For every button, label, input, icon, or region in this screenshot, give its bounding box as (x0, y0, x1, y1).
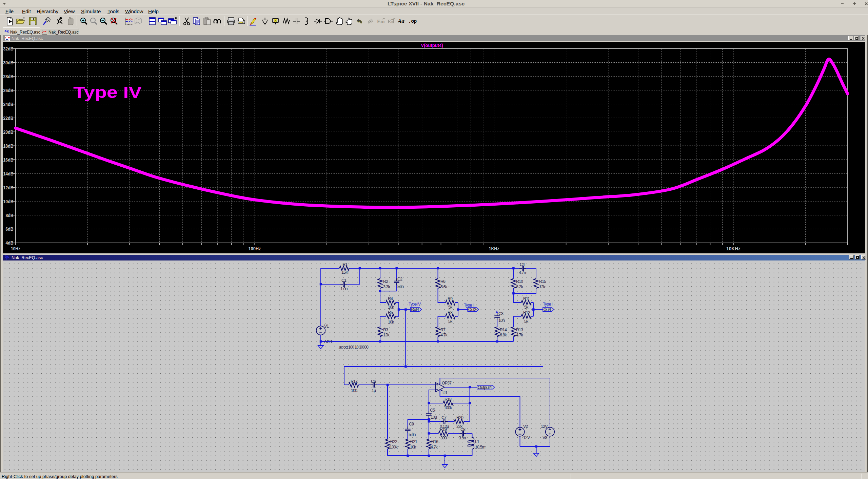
svg-text:Out1: Out1 (544, 307, 552, 312)
svg-text:1.0n: 1.0n (340, 287, 348, 291)
svg-text:5k: 5k (524, 319, 529, 324)
svg-text:28dB: 28dB (3, 74, 14, 79)
svg-text:V(output4): V(output4) (421, 42, 443, 48)
svg-text:R7: R7 (440, 328, 446, 332)
svg-text:R21: R21 (410, 439, 417, 444)
svg-text:.op: .op (408, 19, 417, 24)
svg-text:C6: C6 (371, 379, 376, 384)
svg-text:R2: R2 (383, 279, 388, 284)
svg-text:10k: 10k (388, 320, 394, 325)
svg-text:R5: R5 (388, 310, 393, 315)
svg-text:R16: R16 (431, 439, 438, 444)
svg-text:E∃: E∃ (388, 19, 394, 24)
svg-text:26dB: 26dB (3, 87, 14, 93)
svg-text:R15: R15 (539, 279, 546, 284)
svg-text:18dB: 18dB (3, 143, 14, 149)
svg-text:Output4: Output4 (478, 385, 492, 390)
svg-text:1KHz: 1KHz (489, 246, 499, 251)
svg-text:V2: V2 (523, 424, 528, 429)
svg-text:R8: R8 (448, 310, 453, 315)
svg-text:14dB: 14dB (3, 171, 14, 176)
svg-text:100k: 100k (444, 405, 452, 410)
svg-text:12k: 12k (539, 285, 546, 289)
svg-text:V3: V3 (542, 435, 547, 440)
svg-text:5k: 5k (448, 319, 453, 324)
svg-text:100Hz: 100Hz (249, 246, 261, 251)
svg-text:12dB: 12dB (3, 185, 14, 190)
svg-text:10k: 10k (410, 445, 416, 450)
svg-text:100k: 100k (390, 445, 398, 450)
svg-text:R13: R13 (516, 328, 523, 332)
svg-text:Type IV: Type IV (409, 302, 421, 307)
svg-text:Aa: Aa (397, 18, 405, 24)
svg-text:390: 390 (440, 436, 447, 440)
svg-text:.ac oct 100 10 30000: .ac oct 100 10 30000 (338, 345, 369, 350)
svg-text:56n: 56n (397, 284, 404, 289)
svg-text:C9: C9 (409, 422, 414, 426)
svg-text:5.6n: 5.6n (409, 432, 416, 437)
svg-text:U1: U1 (442, 391, 448, 395)
svg-text:Out4: Out4 (411, 307, 419, 312)
svg-text:R9: R9 (448, 296, 453, 301)
svg-text:4.7k: 4.7k (440, 333, 448, 337)
svg-text:1µ: 1µ (372, 388, 376, 393)
svg-text:100: 100 (351, 388, 357, 393)
svg-text:V1: V1 (324, 324, 329, 329)
svg-text:4.7k: 4.7k (516, 333, 523, 337)
svg-text:OP37: OP37 (442, 381, 452, 386)
svg-text:R12: R12 (523, 310, 530, 315)
svg-text:3.3k: 3.3k (383, 285, 390, 289)
svg-text:R18: R18 (445, 397, 452, 402)
svg-text:R14: R14 (500, 328, 507, 332)
svg-text:C7: C7 (441, 415, 447, 420)
svg-text:12V: 12V (523, 435, 530, 440)
svg-text:5k: 5k (524, 305, 529, 310)
svg-text:10Hz: 10Hz (11, 246, 20, 251)
svg-text:16dB: 16dB (3, 157, 14, 163)
svg-text:R10: R10 (516, 279, 523, 284)
svg-text:32dB: 32dB (3, 46, 14, 51)
svg-text:Type I: Type I (543, 302, 553, 307)
svg-text:10n: 10n (498, 318, 505, 323)
svg-text:C3: C3 (498, 311, 504, 316)
svg-text:5.6k: 5.6k (440, 285, 448, 289)
svg-text:3.9n: 3.9n (459, 436, 466, 440)
svg-text:5k: 5k (448, 305, 453, 310)
svg-text:R6: R6 (440, 279, 446, 284)
svg-text:C4: C4 (520, 262, 525, 267)
svg-text:R19: R19 (440, 427, 447, 432)
svg-text:L1: L1 (475, 439, 479, 444)
svg-text:R1: R1 (342, 262, 348, 267)
svg-text:4.7n: 4.7n (519, 270, 526, 275)
svg-text:10µ: 10µ (431, 415, 437, 420)
svg-text:8.2k: 8.2k (516, 285, 523, 289)
svg-text:15K: 15K (341, 270, 349, 275)
svg-text:Out2: Out2 (468, 307, 476, 312)
svg-text:R17: R17 (351, 379, 358, 384)
svg-text:10k: 10k (388, 305, 394, 310)
svg-text:Em: Em (377, 19, 385, 24)
svg-text:C2: C2 (397, 277, 402, 282)
svg-text:6dB: 6dB (6, 226, 14, 232)
svg-text:10dB: 10dB (3, 199, 14, 204)
svg-text:C5: C5 (430, 408, 435, 413)
svg-text:AC 1: AC 1 (324, 339, 333, 344)
svg-text:12k: 12k (383, 333, 390, 337)
svg-text:22dB: 22dB (3, 115, 14, 121)
svg-text:R4: R4 (388, 296, 393, 301)
svg-text:R11: R11 (523, 296, 530, 301)
svg-text:4dB: 4dB (6, 240, 14, 246)
svg-text:C8: C8 (460, 427, 466, 432)
svg-text:10.5m: 10.5m (475, 445, 485, 450)
svg-text:Type II: Type II (464, 303, 474, 308)
svg-text:10KHz: 10KHz (726, 246, 741, 251)
svg-text:24dB: 24dB (3, 101, 14, 107)
svg-text:30dB: 30dB (3, 60, 14, 65)
svg-text:20dB: 20dB (3, 129, 14, 135)
svg-text:A: A (274, 19, 277, 23)
svg-text:Type IV: Type IV (73, 83, 142, 101)
svg-text:C1: C1 (341, 278, 347, 283)
svg-text:6.8k: 6.8k (500, 333, 507, 337)
svg-text:R22: R22 (390, 439, 397, 444)
svg-text:R3: R3 (383, 328, 388, 332)
